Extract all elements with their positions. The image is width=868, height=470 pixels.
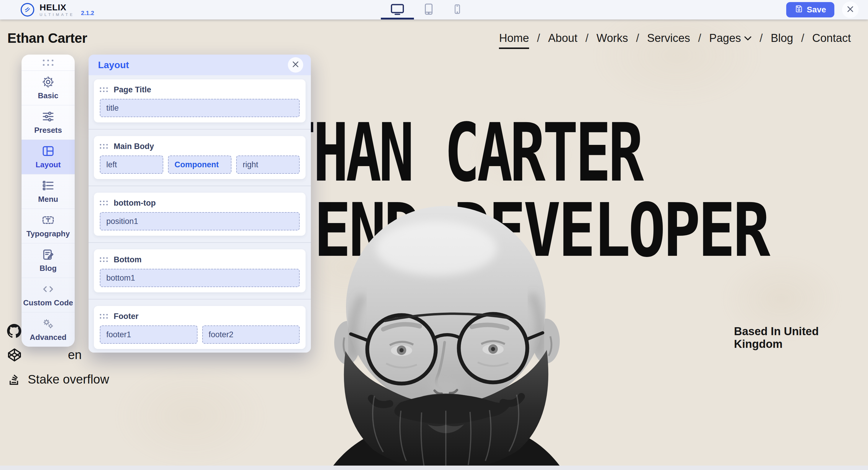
layout-row-footer: Footer footer1 footer2 (94, 306, 306, 349)
nav-item-services[interactable]: Services (647, 32, 690, 47)
blog-icon (42, 248, 55, 261)
position-box-bottom1[interactable]: bottom1 (100, 269, 300, 287)
sidebar-item-label: Menu (38, 195, 58, 204)
row-divider (89, 186, 311, 186)
nav-item-blog[interactable]: Blog (771, 32, 793, 47)
site-logo-text[interactable]: Ethan Carter (7, 30, 87, 46)
row-name: bottom-top (114, 199, 156, 208)
device-preview-switcher (389, 0, 463, 20)
save-button-label: Save (807, 5, 826, 14)
nav-item-works[interactable]: Works (596, 32, 628, 47)
position-box-component[interactable]: Component (168, 156, 231, 174)
sidebar-item-blog[interactable]: Blog (22, 243, 75, 278)
close-icon (291, 60, 300, 70)
layout-row-page-title: Page Title title (94, 79, 306, 123)
position-box-left[interactable]: left (100, 156, 163, 174)
sidebar-item-menu[interactable]: Menu (22, 174, 75, 209)
sidebar-item-label: Custom Code (23, 298, 73, 307)
gear-icon (42, 75, 55, 89)
editor-sidebar: Basic Presets Layout Menu Typography Blo… (22, 55, 75, 347)
row-drag-handle[interactable] (100, 257, 108, 262)
topbar: HELIX ULTIMATE 2.1.2 Save (0, 0, 868, 20)
row-name: Main Body (114, 142, 154, 151)
position-box-title[interactable]: title (100, 99, 300, 117)
nav-item-label: Contact (812, 32, 851, 44)
codepen-icon (7, 347, 22, 362)
device-button-desktop[interactable] (389, 0, 406, 20)
nav-separator: / (636, 32, 639, 44)
gears-icon (42, 317, 55, 330)
sliders-icon (42, 110, 55, 123)
desktop-icon (389, 2, 406, 18)
nav-separator: / (801, 32, 804, 44)
nav-item-label: Blog (771, 32, 793, 44)
close-editor-button[interactable] (842, 1, 859, 18)
nav-item-label: About (548, 32, 577, 44)
device-button-tablet[interactable] (422, 0, 435, 20)
position-label: left (106, 160, 117, 169)
sidebar-item-presets[interactable]: Presets (22, 105, 75, 140)
chevron-down-icon (744, 36, 752, 41)
sidebar-item-custom-code[interactable]: Custom Code (22, 278, 75, 312)
portrait-photo (312, 204, 580, 470)
brand-name: HELIX (39, 3, 74, 12)
brand: HELIX ULTIMATE 2.1.2 (20, 2, 94, 17)
sidebar-item-advanced[interactable]: Advanced (22, 312, 75, 347)
sidebar-item-typography[interactable]: Typography (22, 209, 75, 243)
position-label: footer2 (209, 330, 234, 339)
close-icon (846, 5, 855, 14)
layout-panel-close-button[interactable] (288, 57, 303, 73)
position-label: Component (175, 160, 219, 169)
row-name: Page Title (114, 85, 151, 94)
nav-item-contact[interactable]: Contact (812, 32, 851, 47)
save-button[interactable]: Save (786, 2, 834, 18)
nav-item-home[interactable]: Home (499, 32, 529, 49)
row-drag-handle[interactable] (100, 144, 108, 149)
nav-item-about[interactable]: About (548, 32, 577, 47)
layout-panel-title: Layout (98, 60, 129, 70)
nav-item-pages[interactable]: Pages (709, 32, 752, 47)
position-box-position1[interactable]: position1 (100, 212, 300, 230)
typography-icon (42, 213, 55, 227)
nav-item-label: Works (596, 32, 628, 44)
code-icon (42, 283, 55, 296)
sidebar-item-label: Typography (27, 229, 70, 238)
sidebar-item-label: Layout (35, 160, 61, 169)
site-nav: Home / About / Works / Services / Pages … (499, 32, 851, 49)
sidebar-item-label: Presets (34, 126, 62, 135)
drag-dots-icon (43, 60, 54, 66)
row-name: Bottom (114, 255, 142, 264)
layout-panel-body: Page Title title Main Body left Componen… (89, 75, 311, 352)
position-label: footer1 (106, 330, 131, 339)
sidebar-drag-handle[interactable] (22, 55, 75, 70)
layout-row-bottom-top: bottom-top position1 (94, 193, 306, 236)
sidebar-item-label: Advanced (30, 333, 66, 342)
location-text: Based In United Kingdom (734, 325, 868, 350)
social-link-stackoverflow[interactable]: Stake overflow (7, 372, 109, 387)
nav-separator: / (760, 32, 763, 44)
position-box-footer1[interactable]: footer1 (100, 326, 197, 344)
tablet-icon (422, 2, 435, 18)
position-label: bottom1 (106, 273, 135, 283)
helix-logo-icon (20, 2, 35, 17)
position-box-right[interactable]: right (236, 156, 300, 174)
row-drag-handle[interactable] (100, 201, 108, 205)
nav-separator: / (698, 32, 702, 44)
position-label: right (243, 160, 258, 169)
phone-icon (452, 2, 463, 17)
row-drag-handle[interactable] (100, 87, 108, 92)
sidebar-item-basic[interactable]: Basic (22, 70, 75, 105)
nav-item-label: Services (647, 32, 690, 44)
social-link-codepen[interactable]: en (7, 347, 82, 362)
sidebar-item-layout[interactable]: Layout (22, 140, 75, 174)
sidebar-item-label: Basic (38, 91, 58, 100)
github-icon (7, 324, 21, 338)
row-drag-handle[interactable] (100, 314, 108, 318)
layout-row-main-body: Main Body left Component right (94, 136, 306, 179)
brand-version: 2.1.2 (81, 10, 94, 16)
device-button-phone[interactable] (452, 0, 463, 20)
sidebar-item-label: Blog (39, 264, 57, 273)
position-box-footer2[interactable]: footer2 (202, 326, 300, 344)
layout-panel-header: Layout (89, 55, 311, 75)
nav-item-label: Pages (709, 32, 741, 44)
